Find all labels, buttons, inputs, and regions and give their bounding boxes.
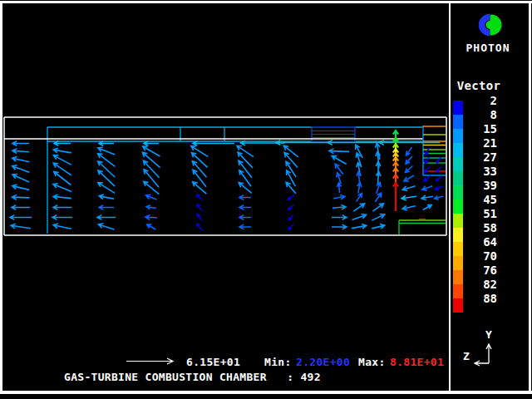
velocity-arrow — [352, 214, 367, 220]
window-border-right — [529, 1, 531, 394]
color-legend: 2815212733394551586470768288 — [453, 101, 498, 333]
velocity-arrow — [288, 195, 293, 200]
velocity-arrow — [406, 156, 412, 164]
velocity-arrow — [406, 166, 413, 173]
max-value: 8.81E+01 — [390, 356, 444, 368]
vector-plot — [0, 0, 532, 399]
legend-swatch — [453, 200, 463, 214]
velocity-arrow — [144, 170, 159, 187]
velocity-arrow — [237, 145, 254, 156]
velocity-arrow — [193, 161, 207, 178]
velocity-arrow — [393, 183, 398, 211]
velocity-arrow — [436, 186, 443, 190]
velocity-arrow — [288, 214, 293, 220]
velocity-arrow — [329, 149, 349, 154]
velocity-arrow — [288, 204, 293, 209]
velocity-arrow — [98, 154, 116, 167]
velocity-arrow — [239, 160, 252, 177]
window-border-left — [0, 1, 2, 394]
legend-swatch — [453, 242, 463, 256]
velocity-arrow — [404, 175, 414, 181]
velocity-arrow — [144, 181, 160, 194]
velocity-arrow — [53, 148, 71, 153]
velocity-arrow — [147, 224, 155, 229]
panel-separator — [449, 1, 451, 394]
velocity-arrow — [12, 175, 29, 183]
brand-name: PHOTON — [462, 42, 514, 54]
legend-value: 2 — [464, 94, 497, 107]
legend-value: 39 — [464, 179, 497, 192]
legend-swatch — [453, 284, 463, 298]
velocity-arrow — [53, 184, 71, 192]
velocity-arrow — [421, 195, 433, 200]
velocity-arrow — [53, 195, 71, 200]
velocity-arrow — [435, 196, 444, 200]
legend-value: 88 — [464, 292, 497, 305]
velocity-arrow — [99, 205, 114, 210]
velocity-arrow — [10, 215, 32, 220]
min-value: 2.20E+00 — [296, 356, 350, 368]
legend-value: 27 — [464, 150, 497, 164]
velocity-arrow — [283, 145, 298, 157]
velocity-arrow — [97, 215, 116, 220]
legend-title: Vector — [453, 80, 505, 92]
legend-value: 51 — [464, 207, 497, 220]
velocity-arrow — [352, 224, 367, 229]
velocity-arrow — [372, 214, 384, 221]
legend-value: 15 — [464, 122, 497, 135]
legend-swatch — [453, 256, 463, 270]
velocity-arrow — [406, 147, 412, 155]
velocity-arrow — [146, 205, 156, 209]
plot-caption: GAS-TURBINE COMBUSTION CHAMBER : 492 — [64, 371, 321, 383]
velocity-arrow — [402, 205, 416, 210]
legend-swatch — [453, 101, 463, 115]
photon-logo-icon — [469, 8, 505, 43]
velocity-arrow — [335, 164, 343, 175]
velocity-arrow — [424, 175, 431, 181]
velocity-arrow — [197, 195, 203, 200]
velocity-arrow — [197, 224, 202, 230]
velocity-arrow — [99, 224, 115, 229]
velocity-arrow — [12, 185, 29, 190]
velocity-arrow — [423, 205, 431, 210]
velocity-arrow — [145, 215, 157, 220]
min-label: Min: — [264, 356, 292, 368]
legend-swatch — [453, 228, 463, 242]
velocity-arrow — [357, 194, 362, 202]
reference-vector-value: 6.15E+01 — [186, 356, 240, 368]
legend-value: 64 — [464, 235, 497, 249]
legend-value: 58 — [464, 221, 497, 234]
velocity-arrow — [333, 195, 345, 200]
legend-swatch — [453, 298, 463, 313]
legend-value: 82 — [464, 278, 497, 291]
legend-value: 76 — [464, 264, 497, 277]
axis-label-z: Z — [461, 350, 472, 362]
velocity-arrow — [144, 160, 160, 177]
velocity-arrow — [332, 215, 347, 220]
velocity-arrow — [288, 224, 293, 230]
velocity-arrow — [12, 205, 30, 210]
velocity-arrow — [375, 193, 381, 202]
photon-app-window: PHOTON Vector 28152127333945515864707682… — [0, 0, 532, 399]
velocity-arrow — [357, 183, 362, 194]
velocity-arrow — [239, 205, 251, 210]
legend-swatch — [453, 214, 463, 228]
velocity-arrow — [12, 149, 29, 154]
velocity-arrow — [12, 195, 30, 200]
velocity-arrow — [332, 204, 346, 209]
window-border-bottom — [0, 391, 532, 394]
velocity-arrow — [422, 186, 432, 190]
velocity-arrow — [98, 161, 115, 177]
legend-value: 70 — [464, 249, 497, 263]
velocity-arrow — [53, 224, 71, 229]
legend-value: 8 — [464, 108, 497, 121]
velocity-arrow — [332, 224, 347, 229]
axis-triad-icon — [475, 344, 491, 366]
velocity-arrow — [99, 195, 114, 200]
velocity-arrow — [146, 195, 157, 200]
velocity-arrow — [337, 183, 341, 193]
legend-swatch — [453, 157, 463, 171]
velocity-arrow — [401, 195, 416, 200]
velocity-vectors — [10, 131, 443, 230]
axis-label-y: Y — [483, 328, 495, 341]
